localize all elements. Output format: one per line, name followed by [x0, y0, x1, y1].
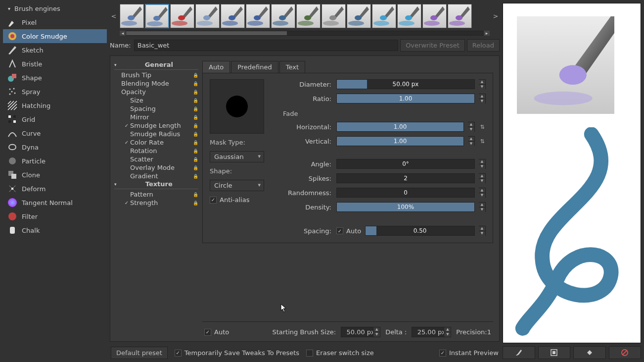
engine-item-chalk[interactable]: Chalk — [3, 223, 107, 237]
tree-item-blending-mode[interactable]: Blending Mode🔒 — [114, 79, 198, 88]
preset-prev[interactable]: < — [110, 12, 118, 20]
delta-input[interactable]: 25.00 px▲▼ — [412, 327, 451, 337]
default-preset-button[interactable]: Default preset — [111, 347, 168, 359]
scroll-left-icon[interactable]: ◂ — [120, 31, 126, 36]
tree-section-header[interactable]: ▾Texture — [114, 180, 198, 189]
tree-section-header[interactable]: ▾General — [114, 61, 198, 70]
preset-name-input[interactable]: Basic_wet — [134, 40, 398, 51]
preset-thumb[interactable] — [372, 4, 396, 28]
engine-item-clone[interactable]: Clone — [3, 168, 107, 182]
engine-item-spray[interactable]: Spray — [3, 85, 107, 99]
preset-thumb[interactable] — [322, 4, 346, 28]
start-size-input[interactable]: 50.00 px▲▼ — [341, 327, 380, 337]
preset-thumb[interactable] — [221, 4, 245, 28]
tree-item-brush-tip[interactable]: Brush Tip🔒 — [114, 71, 198, 79]
density-slider[interactable]: 100% — [336, 202, 475, 212]
svg-point-42 — [399, 21, 414, 26]
ratio-spinner[interactable]: ▲▼ — [479, 94, 486, 103]
delta-spinner[interactable]: ▲▼ — [444, 327, 451, 337]
engine-item-bristle[interactable]: Bristle — [3, 57, 107, 71]
collapse-icon[interactable]: ▾ — [8, 6, 10, 11]
vertical-spinner[interactable]: ▲▼ — [468, 136, 475, 146]
engine-item-filter[interactable]: Filter — [3, 209, 107, 223]
tree-item-pattern[interactable]: Pattern🔒 — [114, 190, 198, 199]
preset-thumb[interactable] — [422, 4, 447, 28]
tree-item-size[interactable]: Size🔒 — [114, 96, 198, 104]
reload-button[interactable]: Reload — [467, 39, 500, 52]
ratio-slider[interactable]: 1.00 — [336, 94, 475, 103]
preset-thumb[interactable] — [246, 4, 270, 28]
shape-select[interactable]: Circle — [210, 180, 264, 191]
preset-scrollbar[interactable]: ◂ ▸ — [120, 30, 490, 36]
eraser-size-checkbox[interactable]: Eraser switch size — [306, 349, 374, 357]
fill-button[interactable] — [573, 346, 606, 359]
tree-item-rotation[interactable]: Rotation🔒 — [114, 147, 198, 155]
link-icon[interactable]: ⇅ — [479, 124, 486, 130]
preset-thumb[interactable] — [120, 4, 144, 28]
engine-item-grid[interactable]: Grid — [3, 112, 107, 126]
preset-thumb[interactable] — [145, 4, 169, 28]
angle-spinner[interactable]: ▲▼ — [479, 159, 486, 169]
horizontal-slider[interactable]: 1.00 — [336, 122, 464, 132]
preset-thumb[interactable] — [448, 4, 472, 28]
tree-item-color-rate[interactable]: ✓Color Rate🔒 — [114, 138, 198, 147]
tree-item-gradient[interactable]: Gradient🔒 — [114, 172, 198, 180]
tree-item-scatter[interactable]: Scatter🔒 — [114, 155, 198, 163]
svg-rect-11 — [8, 120, 11, 123]
spikes-spinner[interactable]: ▲▼ — [479, 173, 486, 183]
engine-item-deform[interactable]: Deform — [3, 182, 107, 196]
scroll-right-icon[interactable]: ▸ — [484, 31, 490, 36]
clear-button[interactable] — [609, 346, 642, 359]
spacing-auto-checkbox[interactable]: ✓Auto — [336, 227, 361, 235]
tree-item-mirror[interactable]: Mirror🔒 — [114, 113, 198, 121]
tree-item-smudge-length[interactable]: ✓Smudge Length🔒 — [114, 121, 198, 130]
mask-type-select[interactable]: Gaussian — [210, 151, 264, 162]
instant-preview-checkbox[interactable]: ✓ Instant Preview — [439, 349, 499, 357]
engine-item-particle[interactable]: Particle — [3, 154, 107, 168]
preset-thumb[interactable] — [195, 4, 220, 28]
tab-predefined[interactable]: Predefined — [231, 61, 278, 73]
preset-thumb[interactable] — [296, 4, 321, 28]
horizontal-spinner[interactable]: ▲▼ — [468, 122, 475, 132]
start-size-spinner[interactable]: ▲▼ — [373, 327, 380, 337]
spacing-slider[interactable]: 0.50 — [365, 226, 475, 236]
engine-item-color-smudge[interactable]: Color Smudge — [3, 29, 107, 43]
preset-thumb[interactable] — [170, 4, 194, 28]
engine-item-sketch[interactable]: Sketch — [3, 43, 107, 57]
engine-item-pixel[interactable]: Pixel — [3, 15, 107, 29]
angle-slider[interactable]: 0° — [336, 159, 475, 169]
preset-thumb[interactable] — [271, 4, 295, 28]
antialias-checkbox[interactable]: ✓ Anti-alias — [210, 196, 274, 204]
preset-next[interactable]: > — [492, 12, 500, 20]
tree-item-overlay-mode[interactable]: Overlay Mode🔒 — [114, 163, 198, 172]
engine-item-dyna[interactable]: Dyna — [3, 140, 107, 154]
spikes-slider[interactable]: 2 — [336, 173, 475, 183]
svg-point-20 — [121, 21, 137, 26]
tree-item-opacity[interactable]: Opacity🔒 — [114, 88, 198, 96]
engine-item-curve[interactable]: Curve — [3, 126, 107, 140]
diameter-spinner[interactable]: ▲▼ — [479, 79, 486, 89]
randomness-spinner[interactable]: ▲▼ — [479, 188, 486, 198]
density-spinner[interactable]: ▲▼ — [479, 202, 486, 212]
engine-item-tangent-normal[interactable]: Tangent Normal — [3, 196, 107, 209]
vertical-slider[interactable]: 1.00 — [336, 136, 464, 146]
preset-thumb[interactable] — [347, 4, 371, 28]
bg-button[interactable] — [538, 346, 571, 359]
tab-text[interactable]: Text — [279, 61, 305, 73]
temp-save-checkbox[interactable]: ✓ Temporarily Save Tweaks To Presets — [175, 349, 299, 357]
overwrite-button[interactable]: Overwrite Preset — [400, 39, 465, 52]
tree-item-spacing[interactable]: Spacing🔒 — [114, 104, 198, 113]
engine-item-shape[interactable]: Shape — [3, 71, 107, 85]
randomness-slider[interactable]: 0 — [336, 188, 475, 198]
spacing-spinner[interactable]: ▲▼ — [479, 226, 486, 236]
tab-auto[interactable]: Auto — [202, 61, 230, 73]
engine-item-hatching[interactable]: Hatching — [3, 99, 107, 112]
brush-button[interactable] — [503, 346, 535, 359]
tree-item-strength[interactable]: ✓Strength🔒 — [114, 199, 198, 207]
scroll-thumb[interactable] — [126, 31, 287, 35]
tree-item-smudge-radius[interactable]: Smudge Radius🔒 — [114, 130, 198, 138]
precision-auto-checkbox[interactable]: ✓ Auto — [204, 328, 229, 336]
diameter-slider[interactable]: 50.00 px — [336, 79, 475, 89]
preset-thumb[interactable] — [397, 4, 421, 28]
link-icon[interactable]: ⇅ — [479, 138, 486, 145]
